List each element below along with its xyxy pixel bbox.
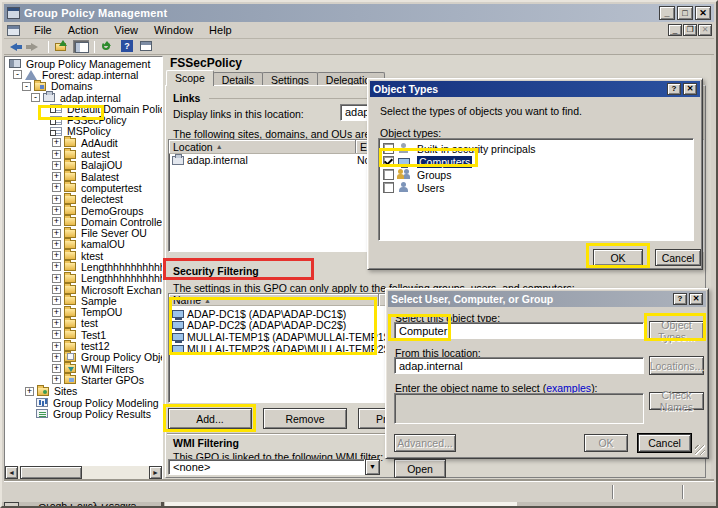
tree-item[interactable]: -Forest: adap.internal xyxy=(5,69,162,80)
expand-icon[interactable]: + xyxy=(52,217,61,226)
collapse-icon[interactable]: - xyxy=(22,82,31,91)
tree-item[interactable]: +Balatest xyxy=(5,171,162,182)
object-type-option[interactable]: Groups xyxy=(379,168,693,181)
expand-icon[interactable]: + xyxy=(52,206,61,215)
tree-item[interactable]: -Domains xyxy=(5,81,162,92)
collapse-icon[interactable]: - xyxy=(31,93,40,102)
object-type-option[interactable]: Computers xyxy=(379,155,693,168)
expand-icon[interactable]: + xyxy=(52,330,61,339)
chevron-down-icon[interactable]: ▼ xyxy=(365,459,380,475)
tree-item[interactable]: +TempOU xyxy=(5,307,162,318)
resize-grip[interactable] xyxy=(695,445,705,455)
back-icon[interactable] xyxy=(8,40,24,53)
scroll-left-icon[interactable]: ◄ xyxy=(5,466,18,479)
help-icon[interactable]: ? xyxy=(667,83,681,95)
tree-item[interactable]: Group Policy Modeling xyxy=(5,397,162,408)
tree-item[interactable]: +Sample xyxy=(5,295,162,306)
tree-item[interactable]: +Group Policy Objects xyxy=(5,352,162,363)
expand-icon[interactable]: + xyxy=(52,353,61,362)
refresh-icon[interactable] xyxy=(100,40,116,53)
tree-item[interactable]: +Starter GPOs xyxy=(5,374,162,385)
cancel-button[interactable]: Cancel xyxy=(638,434,691,452)
tree-item[interactable]: +ktest xyxy=(5,250,162,261)
minimize-icon[interactable]: _ xyxy=(659,6,675,20)
window-titlebar[interactable]: Group Policy Management _ □ ✕ xyxy=(4,4,714,22)
close-icon[interactable]: ✕ xyxy=(683,83,697,95)
check-names-button[interactable]: Check Names xyxy=(649,392,704,410)
expand-icon[interactable]: + xyxy=(52,161,61,170)
checkbox-icon[interactable] xyxy=(383,182,394,193)
advanced-button[interactable]: Advanced... xyxy=(394,434,456,452)
tree-item[interactable]: +BalajiOU xyxy=(5,160,162,171)
menu-window[interactable]: Window xyxy=(146,23,201,37)
tree-item[interactable]: +delectest xyxy=(5,194,162,205)
expand-icon[interactable]: + xyxy=(52,240,61,249)
maximize-icon[interactable]: □ xyxy=(677,6,693,20)
ok-button[interactable]: OK xyxy=(584,434,628,452)
menu-file[interactable]: File xyxy=(26,23,60,37)
tree-item[interactable]: FSSecPolicy xyxy=(5,114,162,125)
open-button[interactable]: Open xyxy=(394,459,446,478)
tree-item[interactable]: +Lengthhhhhhhhhhhhhhh xyxy=(5,273,162,284)
checkbox-icon[interactable] xyxy=(383,169,394,180)
tree-item[interactable]: +AdAudit xyxy=(5,137,162,148)
forward-icon[interactable] xyxy=(27,40,43,53)
expand-icon[interactable]: + xyxy=(52,364,61,373)
column-name[interactable]: Name ▲ xyxy=(169,294,379,306)
expand-icon[interactable]: + xyxy=(52,274,61,283)
expand-icon[interactable]: + xyxy=(52,229,61,238)
expand-icon[interactable]: + xyxy=(52,150,61,159)
checkbox-icon[interactable] xyxy=(383,143,394,154)
object-type-field[interactable]: Computer xyxy=(394,322,644,339)
wmi-filter-value[interactable]: <none> xyxy=(168,459,365,475)
add-button[interactable]: Add... xyxy=(168,408,252,429)
object-type-option[interactable]: Users xyxy=(379,181,693,194)
checkbox-checked-icon[interactable] xyxy=(383,156,394,167)
tab-settings[interactable]: Settings xyxy=(262,72,318,86)
tree-item[interactable]: +test xyxy=(5,318,162,329)
menu-help[interactable]: Help xyxy=(201,23,240,37)
tree-item[interactable]: +File Sever OU xyxy=(5,227,162,238)
tree-item[interactable]: +Test1 xyxy=(5,329,162,340)
close-icon[interactable]: ✕ xyxy=(695,6,711,20)
mdi-close-icon[interactable]: ✕ xyxy=(698,24,712,36)
remove-button[interactable]: Remove xyxy=(263,408,347,429)
expand-icon[interactable]: + xyxy=(52,342,61,351)
tree-item[interactable]: Group Policy Results xyxy=(5,408,162,419)
tree-item[interactable]: +DemoGroups xyxy=(5,205,162,216)
expand-icon[interactable]: + xyxy=(52,319,61,328)
object-types-titlebar[interactable]: Object Types ? ✕ xyxy=(370,81,700,97)
tree-item[interactable]: +Lengthhhhhhhhhh`~!@ xyxy=(5,261,162,272)
tab-details[interactable]: Details xyxy=(213,72,263,86)
export-list-icon[interactable] xyxy=(54,40,70,53)
expand-icon[interactable]: + xyxy=(52,183,61,192)
tree-horizontal-scrollbar[interactable]: ◄ ► xyxy=(5,466,162,479)
menu-action[interactable]: Action xyxy=(60,23,107,37)
from-location-field[interactable]: adap.internal xyxy=(394,357,644,374)
tree-item[interactable]: -adap.internal xyxy=(5,92,162,103)
tree-item[interactable]: Default Domain Policy xyxy=(5,103,162,114)
expand-icon[interactable]: + xyxy=(52,262,61,271)
tree-item[interactable]: +Sites xyxy=(5,386,162,397)
wmi-filter-combobox[interactable]: <none> ▼ xyxy=(168,459,380,475)
column-location[interactable]: Location ▲ xyxy=(169,140,356,153)
expand-icon[interactable]: + xyxy=(52,285,61,294)
scrollbar-thumb[interactable] xyxy=(20,466,82,479)
object-name-textarea[interactable] xyxy=(394,393,644,424)
ok-button[interactable]: OK xyxy=(593,249,643,266)
tree-item[interactable]: Group Policy Management xyxy=(5,58,162,69)
expand-icon[interactable]: + xyxy=(52,296,61,305)
tree-item[interactable]: +Microsoft Exchange Sec xyxy=(5,284,162,295)
cancel-button[interactable]: Cancel xyxy=(655,249,701,266)
object-types-button[interactable]: Object Types... xyxy=(649,321,704,340)
tree-item[interactable]: +WMI Filters xyxy=(5,363,162,374)
expand-icon[interactable]: + xyxy=(25,387,34,396)
expand-icon[interactable]: + xyxy=(52,138,61,147)
expand-icon[interactable]: + xyxy=(52,375,61,384)
object-type-option[interactable]: Built-in security principals xyxy=(379,142,693,155)
collapse-icon[interactable]: - xyxy=(13,70,22,79)
tree-item[interactable]: +Domain Controllers xyxy=(5,216,162,227)
help-icon[interactable]: ? xyxy=(673,293,687,305)
expand-icon[interactable]: + xyxy=(52,195,61,204)
expand-icon[interactable]: + xyxy=(52,172,61,181)
